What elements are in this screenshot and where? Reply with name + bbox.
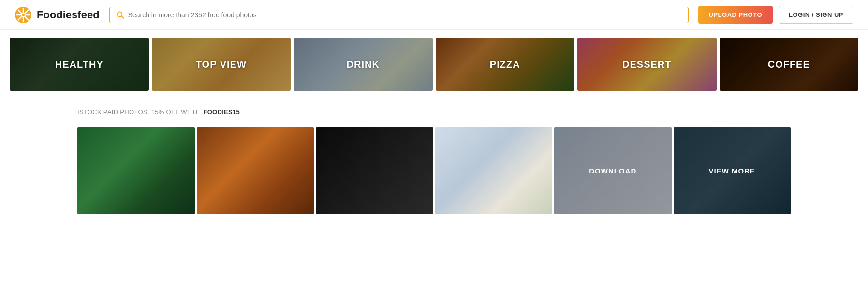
photo-item-1[interactable]: [77, 127, 195, 214]
category-dessert[interactable]: DESSERT: [577, 38, 717, 91]
logo-text: Foodiesfeed: [37, 9, 100, 21]
photo-overlay-1: [77, 127, 195, 214]
category-topview-label: TOP VIEW: [196, 59, 247, 70]
category-grid: HEALTHYTOP VIEWDRINKPIZZADESSERTCOFFEE: [0, 30, 868, 99]
photo-grid: DOWNLOADVIEW MORE: [0, 127, 868, 224]
upload-photo-button[interactable]: UPLOAD PHOTO: [698, 6, 773, 24]
login-signup-button[interactable]: LOGIN / SIGN UP: [779, 6, 853, 24]
promo-text: ISTOCK PAID PHOTOS, 15% OFF WITH FOODIES…: [77, 108, 791, 116]
svg-line-7: [121, 16, 123, 18]
photo-overlay-3: [316, 127, 433, 214]
photo-item-5[interactable]: DOWNLOAD: [554, 127, 672, 214]
category-pizza-label: PIZZA: [490, 59, 520, 70]
photo-overlay-2: [197, 127, 314, 214]
search-bar: [109, 7, 689, 23]
photo-item-6[interactable]: VIEW MORE: [674, 127, 791, 214]
category-drink-label: DRINK: [347, 59, 380, 70]
category-healthy-label: HEALTHY: [55, 59, 103, 70]
photo-item-3[interactable]: [316, 127, 433, 214]
photo-item-4[interactable]: [435, 127, 553, 214]
category-healthy[interactable]: HEALTHY: [10, 38, 149, 91]
photo-action-label-6: VIEW MORE: [708, 167, 755, 175]
svg-point-5: [21, 13, 25, 17]
category-pizza[interactable]: PIZZA: [436, 38, 575, 91]
logo-icon: [15, 6, 32, 24]
photo-overlay-5: DOWNLOAD: [554, 127, 672, 214]
header-actions: UPLOAD PHOTO LOGIN / SIGN UP: [698, 6, 853, 24]
photo-action-label-5: DOWNLOAD: [589, 167, 636, 175]
search-input[interactable]: [128, 11, 681, 19]
category-coffee-label: COFFEE: [768, 59, 810, 70]
category-topview[interactable]: TOP VIEW: [152, 38, 291, 91]
search-icon: [117, 11, 124, 19]
promo-section: ISTOCK PAID PHOTOS, 15% OFF WITH FOODIES…: [0, 99, 868, 127]
photo-overlay-4: [435, 127, 553, 214]
promo-description: ISTOCK PAID PHOTOS, 15% OFF WITH: [77, 108, 198, 116]
photo-overlay-6: VIEW MORE: [674, 127, 791, 214]
promo-code: FOODIES15: [203, 108, 240, 116]
category-coffee[interactable]: COFFEE: [720, 38, 859, 91]
category-drink[interactable]: DRINK: [294, 38, 433, 91]
header: Foodiesfeed UPLOAD PHOTO LOGIN / SIGN UP: [0, 0, 868, 30]
logo[interactable]: Foodiesfeed: [15, 6, 100, 24]
photo-item-2[interactable]: [197, 127, 314, 214]
category-dessert-label: DESSERT: [622, 59, 671, 70]
